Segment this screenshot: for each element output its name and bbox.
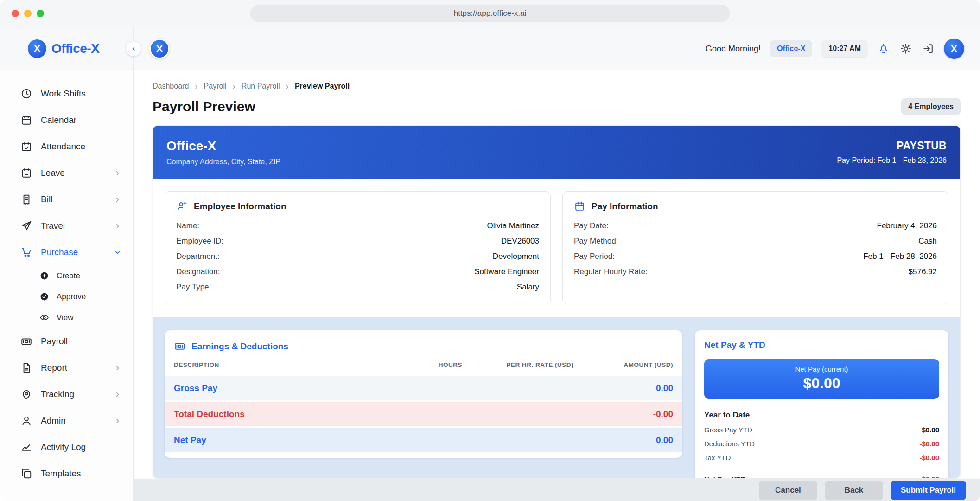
sidebar-item-work-shifts[interactable]: Work Shifts [0,80,133,107]
net-pay-ytd-card: Net Pay & YTD Net Pay (current) $0.00 Ye… [695,330,948,479]
sidebar-subitem-label: Create [57,271,80,281]
sidebar-item-activity-log[interactable]: Activity Log [0,434,133,460]
header-left: X [134,39,170,59]
submit-payroll-button[interactable]: Submit Payroll [891,481,966,500]
sidebar-item-leave[interactable]: Leave [0,160,133,186]
app: X Office-X Work Shifts Calendar Attendan… [0,27,980,501]
breadcrumb-payroll[interactable]: Payroll [204,82,227,90]
sidebar-item-report[interactable]: Report [0,354,133,381]
sidebar-item-label: Attendance [41,141,85,152]
sidebar-item-attendance[interactable]: Attendance [0,133,133,160]
chevron-right-icon [116,168,119,178]
row-description: Gross Pay [174,383,393,393]
sidebar: X Office-X Work Shifts Calendar Attendan… [0,27,134,501]
net-pay-current-value: $0.00 [704,375,939,392]
banknote-icon [174,340,185,352]
net-pay-current-label: Net Pay (current) [704,365,939,373]
row-description: Total Deductions [174,409,393,419]
footer-action-bar: Cancel Back Submit Payroll [134,479,980,501]
paystub-header-banner: Office-X Company Address, City, State, Z… [153,126,960,179]
gear-icon[interactable] [899,42,912,55]
paystub-doc-title: PAYSTUB [837,140,947,152]
chevron-down-icon [112,250,122,254]
sidebar-item-purchase[interactable]: Purchase [0,239,133,265]
zoom-window-button[interactable] [37,10,44,17]
ytd-row-tax: Tax YTD -$0.00 [704,454,939,462]
info-label: Pay Type: [176,283,211,292]
sidebar-item-label: Templates [41,469,81,479]
info-label: Designation: [176,267,220,276]
traffic-lights [12,10,44,17]
activity-chart-icon [20,441,32,453]
sidebar-item-tracking[interactable]: Tracking [0,381,133,407]
user-icon [20,415,32,427]
company-address: Company Address, City, State, ZIP [166,158,280,166]
paystub-lower-section: Earnings & Deductions DESCRIPTION HOURS … [153,317,960,478]
main-area: X Good Morning! Office-X 10:27 AM X Dash… [134,27,980,501]
row-description: Net Pay [174,435,393,445]
info-value: Salary [517,283,539,292]
sidebar-item-label: Report [41,363,67,373]
paystub-body: Employee Information Name: Olivia Martin… [153,179,960,317]
info-row: Pay Method: Cash [574,233,937,249]
sidebar-item-payroll[interactable]: Payroll [0,328,133,354]
minimize-window-button[interactable] [24,10,32,17]
logout-icon[interactable] [922,42,935,55]
map-pin-icon [20,388,32,400]
sidebar-subitem-view[interactable]: View [0,307,133,328]
sidebar-item-bill[interactable]: Bill [0,186,133,212]
sidebar-subitem-approve[interactable]: Approve [0,286,133,307]
row-amount: -0.00 [573,409,673,419]
sidebar-item-calendar[interactable]: Calendar [0,107,133,133]
info-value: Software Engineer [474,267,539,276]
calendar-leave-icon [20,167,32,179]
col-description: DESCRIPTION [174,361,393,368]
breadcrumb-dashboard[interactable]: Dashboard [153,82,189,90]
sidebar-item-label: Bill [41,194,52,205]
info-label: Pay Period: [574,252,615,261]
sidebar-item-admin[interactable]: Admin [0,407,133,434]
back-button[interactable]: Back [825,481,883,500]
sidebar-item-templates[interactable]: Templates [0,460,133,487]
info-label: Employee ID: [176,237,223,246]
employee-information-card: Employee Information Name: Olivia Martin… [165,191,551,304]
sidebar-item-label: Work Shifts [41,89,86,99]
ytd-value: -$0.00 [919,440,939,448]
row-amount: 0.00 [573,435,673,445]
cancel-button[interactable]: Cancel [759,481,817,500]
user-avatar[interactable]: X [944,39,964,59]
clock-icon [20,88,32,100]
app-logo-icon: X [149,39,170,59]
sidebar-collapse-button[interactable] [126,41,141,57]
breadcrumb-current: Preview Payroll [295,82,350,90]
ytd-row-gross: Gross Pay YTD $0.00 [704,426,939,434]
sidebar-item-label: Payroll [41,336,68,347]
year-to-date-title: Year to Date [704,411,939,420]
eye-icon [39,313,49,322]
officex-logo-icon: X [28,39,46,58]
bell-icon[interactable] [877,42,890,55]
sidebar-nav: Work Shifts Calendar Attendance Leave [0,70,133,501]
paystub-meta-block: PAYSTUB Pay Period: Feb 1 - Feb 28, 2026 [837,140,947,165]
ytd-value: $0.00 [922,426,939,434]
travel-plane-icon [20,220,32,232]
info-row: Pay Period: Feb 1 - Feb 28, 2026 [574,249,937,264]
table-row-gross-pay: Gross Pay 0.00 [165,376,682,400]
cart-icon [20,246,32,258]
info-label: Pay Method: [574,237,618,246]
sidebar-subitem-label: View [57,313,74,322]
chevron-right-icon [233,82,235,90]
ytd-value: $0.00 [922,475,939,479]
greeting-text: Good Morning! [706,44,761,54]
sidebar-item-travel[interactable]: Travel [0,212,133,239]
calendar-icon [574,200,585,212]
sidebar-item-label: Leave [41,168,65,178]
breadcrumb-run-payroll[interactable]: Run Payroll [242,82,280,90]
calendar-icon [20,114,32,126]
net-pay-current-box: Net Pay (current) $0.00 [704,359,939,399]
info-row: Department: Development [176,249,539,264]
app-header: X Good Morning! Office-X 10:27 AM X [134,27,980,70]
url-bar[interactable]: https://app.office-x.ai [250,5,730,22]
sidebar-subitem-create[interactable]: Create [0,265,133,286]
close-window-button[interactable] [12,10,19,17]
